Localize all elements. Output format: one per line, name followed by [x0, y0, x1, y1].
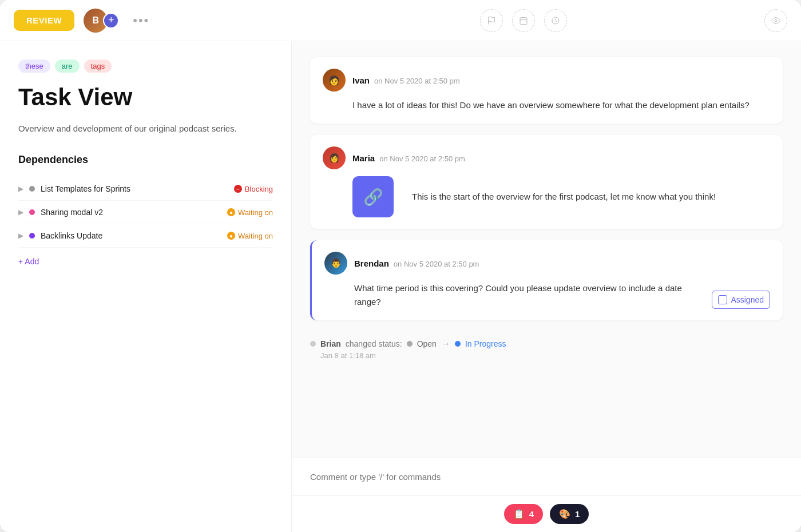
status-from: Open [417, 339, 437, 348]
attachment-icon: 🔗 [363, 188, 383, 207]
dep-expand-icon[interactable]: ▶ [18, 232, 23, 240]
add-member-button[interactable]: + [103, 13, 119, 29]
dep-name: Sharing modal v2 [41, 208, 221, 217]
comment-header: 👩 Maria on Nov 5 2020 at 2:50 pm [323, 146, 770, 169]
comment-ivan: 🧑 Ivan on Nov 5 2020 at 2:50 pm I have a… [310, 57, 783, 124]
status-change-row: Brian changed status: Open → In Progress [310, 339, 783, 349]
comment-text: What time period is this covering? Could… [354, 281, 703, 309]
open-dot [407, 341, 413, 347]
brian-name: Brian [320, 339, 341, 348]
dep-status-waiting2: ● Waiting on [227, 232, 273, 240]
tags-row: these are tags [18, 59, 273, 73]
tag-are[interactable]: are [55, 59, 80, 73]
dependency-backlinks-update: ▶ Backlinks Update ● Waiting on [18, 224, 273, 248]
bottom-bar: 📋 4 🎨 1 [292, 495, 801, 532]
comment-author: Maria [352, 153, 375, 163]
badge-count-pink: 4 [529, 509, 534, 519]
header: REVIEW B + ••• [0, 0, 801, 41]
waiting-icon2: ● [227, 232, 235, 240]
more-options-button[interactable]: ••• [133, 13, 149, 28]
dep-name: Backlinks Update [41, 231, 221, 240]
flag-button[interactable] [480, 9, 503, 32]
ivan-avatar: 🧑 [323, 69, 346, 92]
comment-attachment-area: 🔗 This is the start of the overview for … [352, 176, 770, 217]
badge-icon-pink: 📋 [513, 509, 525, 519]
comment-meta: Ivan on Nov 5 2020 at 2:50 pm [352, 76, 460, 85]
status-change: Brian changed status: Open → In Progress… [310, 332, 783, 367]
header-right [741, 9, 787, 32]
brian-dot [310, 341, 316, 347]
brendan-comment-body: What time period is this covering? Could… [354, 281, 770, 309]
comment-brendan: 👨 Brendan on Nov 5 2020 at 2:50 pm What … [310, 240, 783, 320]
waiting-label2: Waiting on [238, 232, 273, 240]
dependency-list-templates: ▶ List Templates for Sprints – Blocking [18, 177, 273, 201]
dependencies-title: Dependencies [18, 154, 273, 166]
add-dependency-button[interactable]: + Add [18, 257, 273, 266]
comment-maria: 👩 Maria on Nov 5 2020 at 2:50 pm 🔗 This … [310, 135, 783, 229]
comment-header: 👨 Brendan on Nov 5 2020 at 2:50 pm [324, 252, 770, 275]
status-date: Jan 8 at 1:18 am [320, 351, 783, 360]
clock-button[interactable] [544, 9, 567, 32]
svg-rect-1 [520, 17, 527, 24]
dep-status-waiting: ● Waiting on [227, 208, 273, 217]
waiting-icon: ● [227, 208, 235, 216]
comment-body: This is the start of the overview for th… [412, 190, 716, 204]
brendan-avatar: 👨 [324, 252, 347, 275]
calendar-button[interactable] [512, 9, 535, 32]
dependency-sharing-modal: ▶ Sharing modal v2 ● Waiting on [18, 201, 273, 224]
avatars: B + [84, 9, 119, 33]
comment-time: on Nov 5 2020 at 2:50 pm [394, 260, 479, 268]
svg-point-6 [775, 19, 777, 22]
comment-time: on Nov 5 2020 at 2:50 pm [374, 77, 460, 85]
tag-tags[interactable]: tags [84, 59, 112, 73]
dep-dot-pink [29, 209, 35, 215]
main-content: these are tags Task View Overview and de… [0, 41, 801, 532]
app-badge-pink[interactable]: 📋 4 [504, 504, 543, 524]
task-description: Overview and development of our original… [18, 122, 273, 136]
comment-input[interactable] [310, 467, 783, 486]
header-left: REVIEW B + ••• [14, 9, 306, 33]
dep-status-blocking: – Blocking [234, 185, 273, 193]
tag-these[interactable]: these [18, 59, 50, 73]
dep-expand-icon[interactable]: ▶ [18, 185, 23, 193]
attachment-thumbnail[interactable]: 🔗 [352, 176, 394, 217]
comment-body: I have a lot of ideas for this! Do we ha… [352, 98, 770, 112]
comment-meta: Maria on Nov 5 2020 at 2:50 pm [352, 153, 465, 163]
comments-area: 🧑 Ivan on Nov 5 2020 at 2:50 pm I have a… [292, 41, 801, 458]
dep-dot-gray [29, 186, 35, 192]
dep-expand-icon[interactable]: ▶ [18, 208, 23, 216]
comment-author: Ivan [352, 76, 370, 85]
right-panel: 🧑 Ivan on Nov 5 2020 at 2:50 pm I have a… [292, 41, 801, 532]
eye-button[interactable] [764, 9, 787, 32]
assigned-label: Assigned [731, 293, 764, 306]
badge-icon-dark: 🎨 [559, 509, 570, 519]
dep-dot-purple [29, 233, 35, 239]
comment-header: 🧑 Ivan on Nov 5 2020 at 2:50 pm [323, 69, 770, 92]
status-to: In Progress [465, 339, 506, 348]
assigned-checkbox[interactable] [718, 295, 727, 304]
review-button[interactable]: REVIEW [14, 10, 74, 31]
task-title: Task View [18, 84, 273, 110]
badge-count-dark: 1 [575, 509, 580, 519]
comment-input-area [292, 458, 801, 495]
left-panel: these are tags Task View Overview and de… [0, 41, 292, 532]
arrow-icon: → [441, 339, 450, 349]
assigned-badge[interactable]: Assigned [712, 291, 770, 309]
header-center [306, 9, 741, 32]
status-change-text: changed status: [346, 339, 402, 348]
comment-time: on Nov 5 2020 at 2:50 pm [379, 154, 465, 163]
waiting-label: Waiting on [238, 208, 273, 217]
comment-meta: Brendan on Nov 5 2020 at 2:50 pm [354, 259, 479, 268]
blocking-icon: – [234, 185, 242, 193]
blocking-label: Blocking [245, 185, 273, 193]
maria-avatar: 👩 [323, 146, 346, 169]
dep-name: List Templates for Sprints [41, 184, 228, 193]
in-progress-dot [455, 341, 461, 347]
comment-author: Brendan [354, 259, 389, 268]
app-badge-dark[interactable]: 🎨 1 [550, 504, 589, 524]
